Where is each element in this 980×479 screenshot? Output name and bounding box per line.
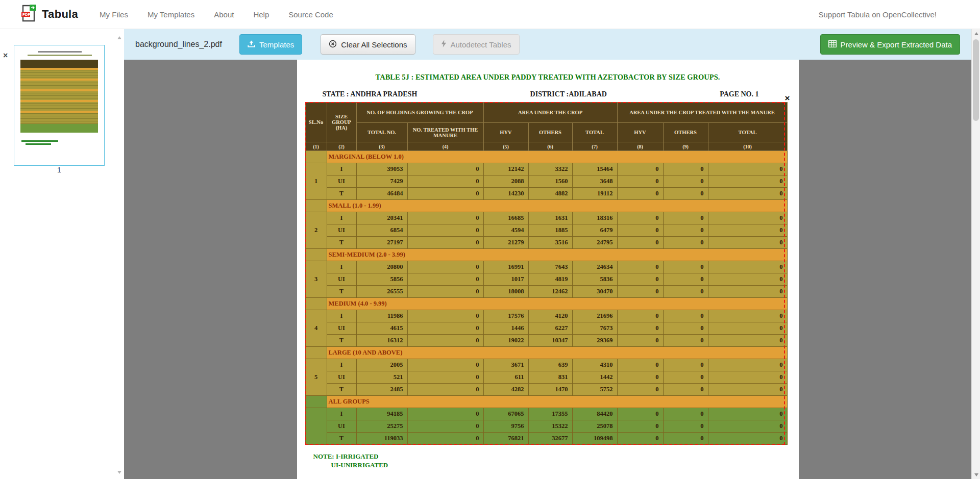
table-section-row: MEDIUM (4.0 - 9.99) [305,298,787,310]
sl-number-cell: 4 [305,310,327,347]
pdf-page[interactable]: TABLE 5J : ESTIMATED AREA UNDER PADDY TR… [297,60,799,479]
state-label: STATE : ANDHRA PRADESH [323,90,418,98]
value-cell: 4882 [528,188,572,200]
value-cell: 0 [407,433,483,445]
table-data-row: I941850670651735584420000 [305,408,787,420]
value-cell: 17576 [483,310,528,322]
col-number-cell: (1) [305,142,327,151]
pdf-table-title: TABLE 5J : ESTIMATED AREA UNDER PADDY TR… [297,60,799,82]
value-cell: 4819 [528,273,572,286]
vertical-scrollbar[interactable] [971,29,980,479]
value-cell: 0 [663,273,708,286]
nav-item-source-code[interactable]: Source Code [288,10,333,19]
brand[interactable]: PDF Tabula [21,4,78,24]
table-section-row: LARGE (10 AND ABOVE) [305,347,787,359]
value-cell: 0 [663,224,708,237]
nav-item-help[interactable]: Help [253,10,269,19]
value-cell: 9756 [483,420,528,433]
value-cell: 0 [663,371,708,384]
value-cell: 12462 [528,286,572,298]
row-type-cell: T [327,286,356,298]
scrollbar-thumb[interactable] [973,39,979,121]
value-cell: 84420 [572,408,617,420]
scroll-up-button[interactable] [972,29,980,38]
value-cell: 4282 [483,384,528,396]
value-cell: 0 [617,273,663,286]
remove-page-button[interactable]: × [3,52,8,60]
value-cell: 16991 [483,261,528,273]
value-cell: 39053 [356,163,407,175]
value-cell: 0 [708,420,787,433]
col-number-cell: (9) [663,142,708,151]
table-section-row: MARGINAL (BELOW 1.0) [305,151,787,163]
delete-selection-button[interactable]: × [785,94,790,103]
preview-export-button[interactable]: Preview & Export Extracted Data [820,34,960,55]
pdf-meta-row: STATE : ANDHRA PRADESH DISTRICT :ADILABA… [297,90,799,98]
nav-item-about[interactable]: About [214,10,234,19]
header-hyv: HYV [483,123,528,142]
value-cell: 0 [407,261,483,273]
value-cell: 0 [407,175,483,188]
sl-number-cell: 1 [305,163,327,200]
autodetect-tables-button[interactable]: Autodetect Tables [433,34,520,55]
size-group-label: MARGINAL (BELOW 1.0) [327,151,787,163]
value-cell: 67065 [483,408,528,420]
scroll-down-button[interactable] [972,470,980,479]
value-cell: 4594 [483,224,528,237]
value-cell: 0 [407,359,483,371]
value-cell: 0 [708,408,787,420]
value-cell: 2005 [356,359,407,371]
pdf-table-head: SL.No SIZE GROUP (HA) NO. OF HOLDINGS GR… [305,103,787,142]
row-type-cell: T [327,384,356,396]
value-cell: 29369 [572,335,617,347]
nav-item-my-files[interactable]: My Files [100,10,128,19]
value-cell: 0 [663,175,708,188]
sl-cell [305,200,327,212]
header-no-treated: NO. TREATED WITH THE MANURE [407,123,483,142]
tabula-logo-icon: PDF [21,4,37,24]
selection-area: SL.No SIZE GROUP (HA) NO. OF HOLDINGS GR… [305,102,787,445]
value-cell: 19112 [572,188,617,200]
clear-all-selections-button[interactable]: Clear All Selections [321,34,415,55]
value-cell: 1017 [483,273,528,286]
page-thumbnail[interactable] [14,45,105,166]
table-section-row: ALL GROUPS [305,396,787,408]
support-link[interactable]: Support Tabula on OpenCollective! [818,10,937,19]
value-cell: 1631 [528,212,572,224]
nav-item-my-templates[interactable]: My Templates [148,10,194,19]
value-cell: 0 [407,310,483,322]
pdf-notes: NOTE: I-IRRIGATED UI-UNIRRIGATED [313,452,799,469]
toolbar: background_lines_2.pdf Templates Clear A… [124,29,971,60]
value-cell: 0 [617,408,663,420]
value-cell: 0 [663,237,708,249]
brand-title: Tabula [42,8,78,21]
value-cell: 7643 [528,261,572,273]
value-cell: 3671 [483,359,528,371]
value-cell: 0 [617,237,663,249]
table-grid-icon [828,40,837,49]
templates-button[interactable]: Templates [239,34,302,55]
value-cell: 1442 [572,371,617,384]
note-line-2: UI-UNIRRIGATED [331,461,799,469]
thumbnail-sidebar: × 1 [0,29,124,479]
lightning-bolt-icon [441,40,447,49]
row-type-cell: UI [327,175,356,188]
value-cell: 0 [708,322,787,335]
value-cell: 4310 [572,359,617,371]
value-cell: 1560 [528,175,572,188]
table-data-row: T163120190221034729369000 [305,335,787,347]
table-section-row: SEMI-MEDIUM (2.0 - 3.99) [305,249,787,261]
value-cell: 3648 [572,175,617,188]
template-upload-icon [248,40,255,49]
sl-cell [305,151,327,163]
table-data-row: T27197021279351624795000 [305,237,787,249]
sidebar-scroll-up-icon[interactable] [117,36,121,39]
value-cell: 0 [663,188,708,200]
clear-circle-x-icon [329,40,337,49]
table-data-row: UI52106118311442000 [305,371,787,384]
header-treated-group: AREA UNDER THE CROP TREATED WITH THE MAN… [617,103,787,123]
sidebar-scroll-down-icon[interactable] [117,471,121,474]
value-cell: 0 [663,420,708,433]
value-cell: 0 [663,163,708,175]
thumb-title-line [38,51,82,53]
